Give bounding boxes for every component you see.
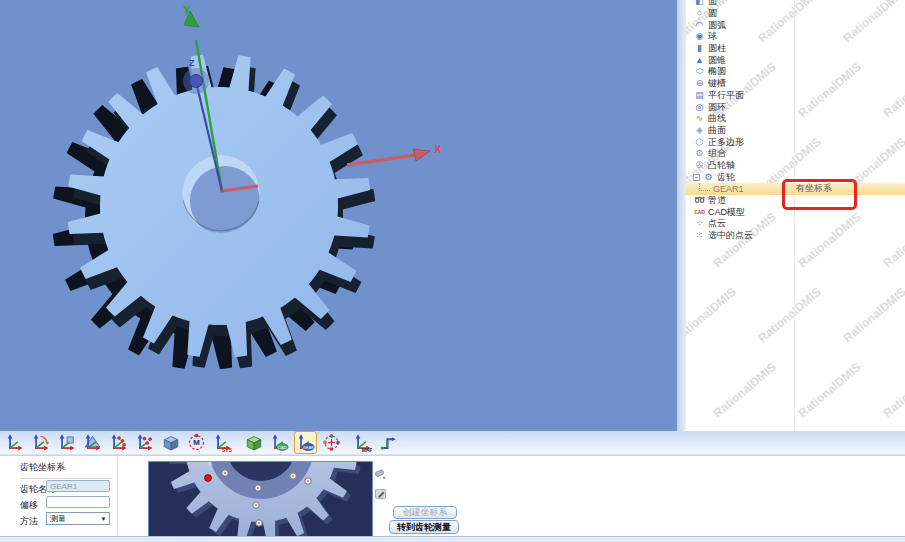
viewport-sidebar-splitter[interactable] xyxy=(677,0,686,431)
selected-point-cloud-icon: ⁙ xyxy=(693,231,706,240)
cone-icon: ▲ xyxy=(693,56,706,65)
measure-m-circle-icon[interactable]: M xyxy=(185,431,208,454)
camshaft-icon: ✇ xyxy=(693,161,706,170)
tree-item-面[interactable]: ◧面 xyxy=(686,0,905,8)
arc-icon: ◠ xyxy=(693,21,706,30)
axis-x-label: X xyxy=(434,143,442,155)
feature-tree-sidebar: RationalDMISRationalDMISRationalDMISRati… xyxy=(686,0,905,431)
tree-item-凸轮轴[interactable]: ✇凸轮轴 xyxy=(686,160,905,172)
coordinate-toolbar: MSYSCADGEARMAP xyxy=(0,431,905,455)
chevron-down-icon: ▼ xyxy=(98,513,109,524)
offset-field[interactable] xyxy=(46,496,110,508)
axes-translate-icon[interactable] xyxy=(55,431,78,454)
polygon-icon: ⬡ xyxy=(693,138,706,147)
sphere-icon: ◉ xyxy=(693,32,706,41)
gear-name-field[interactable] xyxy=(46,480,110,492)
tree-branch-connector xyxy=(699,183,710,191)
svg-text:SYS: SYS xyxy=(222,447,232,452)
pipe-icon: ➿ xyxy=(693,196,706,205)
offset-label: 偏移 xyxy=(20,499,38,512)
tree-item-label: 齿轮 xyxy=(717,171,735,184)
tree-item-球[interactable]: ◉球 xyxy=(686,31,905,43)
tree-item-曲面[interactable]: ◈曲面 xyxy=(686,125,905,137)
green-box-icon[interactable] xyxy=(242,431,265,454)
watermark-text: RationalDMIS xyxy=(711,360,779,420)
goto-gear-measure-button[interactable]: 转到齿轮测量 xyxy=(389,520,459,534)
tree-item-键槽[interactable]: ⊖键槽 xyxy=(686,78,905,90)
plane-align-icon[interactable] xyxy=(81,431,104,454)
cylinder-icon: ▮ xyxy=(693,44,706,53)
tree-item-正多边形[interactable]: ⬡正多边形 xyxy=(686,136,905,148)
rationaldmis-window: YZX RationalDMISRationalDMISRationalDMIS… xyxy=(0,0,905,542)
tree-item-圆环[interactable]: ◎圆环 xyxy=(686,101,905,113)
method-label: 方法 xyxy=(20,515,38,528)
tree-item-平行平面[interactable]: ▤平行平面 xyxy=(686,90,905,102)
gear-coordinate-form: 齿轮坐标系 齿轮名称 偏移 方法 测量 ▼ xyxy=(0,456,118,537)
tree-item-label: GEAR1 xyxy=(713,184,744,194)
point-cloud-icon: ⁘ xyxy=(693,219,706,228)
tree-item-椭圆[interactable]: ⬭椭圆 xyxy=(686,66,905,78)
panel-title: 齿轮坐标系 xyxy=(20,461,112,479)
axes-map-icon[interactable]: MAP xyxy=(351,431,374,454)
ellipse-icon: ⬭ xyxy=(693,67,706,76)
tree-item-组合[interactable]: ⚙组合 xyxy=(686,148,905,160)
circle-icon: ○ xyxy=(693,9,706,18)
probe-icon[interactable] xyxy=(374,467,387,480)
points-circle-icon[interactable] xyxy=(320,431,343,454)
cube-icon[interactable] xyxy=(159,431,182,454)
parallel-planes-icon: ▤ xyxy=(693,91,706,100)
axes-points-icon[interactable] xyxy=(107,431,130,454)
axis-y-label: Y xyxy=(183,4,191,16)
combine-icon: ⚙ xyxy=(693,149,706,158)
axes-gear-icon[interactable]: GEAR xyxy=(294,431,317,454)
torus-icon: ◎ xyxy=(693,103,706,112)
create-coordinate-button[interactable]: 创建坐标系 xyxy=(393,506,457,519)
coordinate-status-annotation-box xyxy=(782,179,857,210)
surface-icon: ◈ xyxy=(693,126,706,135)
watermark-text: RationalDMIS xyxy=(686,285,739,345)
watermark-text: RationalDMIS xyxy=(796,360,864,420)
3d-viewport[interactable]: YZX xyxy=(0,0,677,431)
axis-z-label: Z xyxy=(189,58,195,68)
tree-item-圆柱[interactable]: ▮圆柱 xyxy=(686,43,905,55)
tree-item-圆锥[interactable]: ▲圆锥 xyxy=(686,54,905,66)
watermark-text: RationalDMIS xyxy=(841,285,905,345)
svg-text:GEAR: GEAR xyxy=(303,445,314,450)
cad-icon: CAD xyxy=(693,208,706,217)
plane-icon: ◧ xyxy=(693,0,706,6)
axes-points-alt-icon[interactable] xyxy=(133,431,156,454)
tree-item-label: 选中的点云 xyxy=(708,229,753,242)
slot-icon: ⊖ xyxy=(693,79,706,88)
method-dropdown[interactable]: 测量 ▼ xyxy=(46,512,110,525)
axes-cad-icon[interactable]: CAD xyxy=(268,431,291,454)
tree-expander-minus-icon[interactable]: − xyxy=(693,174,700,181)
gear-3d-model: YZX xyxy=(0,0,677,431)
gear-coordinate-panel: 齿轮坐标系 齿轮名称 偏移 方法 测量 ▼ 创建坐 xyxy=(0,455,905,536)
curve-jump-icon[interactable] xyxy=(377,431,400,454)
tree-item-选中的点云[interactable]: ⁙选中的点云 xyxy=(686,230,905,242)
axes-sys-icon[interactable]: SYS xyxy=(211,431,234,454)
method-dropdown-value: 测量 xyxy=(50,513,66,524)
gear-preview-image xyxy=(148,461,373,538)
tree-item-点云[interactable]: ⁘点云 xyxy=(686,218,905,230)
edit-icon[interactable] xyxy=(374,486,387,499)
svg-text:M: M xyxy=(193,438,200,447)
tree-item-圆[interactable]: ○圆 xyxy=(686,8,905,20)
axes-origin-icon[interactable] xyxy=(3,431,26,454)
tree-item-圆弧[interactable]: ◠圆弧 xyxy=(686,19,905,31)
watermark-text: RationalDMIS xyxy=(881,360,905,420)
axes-rotate-icon[interactable] xyxy=(29,431,52,454)
svg-text:CAD: CAD xyxy=(278,445,287,450)
status-strip xyxy=(0,536,905,542)
svg-text:MAP: MAP xyxy=(362,447,372,452)
watermark-text: RationalDMIS xyxy=(756,285,824,345)
curve-icon: ∿ xyxy=(693,114,706,123)
tree-item-曲线[interactable]: ∿曲线 xyxy=(686,113,905,125)
gear-icon: ⚙ xyxy=(702,173,715,182)
